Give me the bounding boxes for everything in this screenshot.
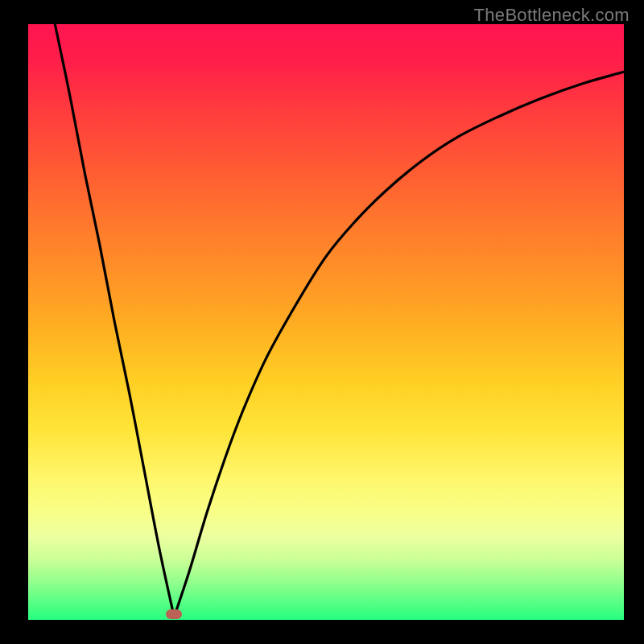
- gradient-plot-area: [28, 24, 624, 620]
- curve-left-branch: [55, 24, 174, 617]
- bottleneck-curve: [28, 24, 624, 620]
- watermark-text: TheBottleneck.com: [474, 5, 630, 26]
- minimum-marker: [166, 609, 182, 619]
- outer-frame: TheBottleneck.com: [0, 0, 644, 644]
- curve-right-branch: [174, 72, 624, 617]
